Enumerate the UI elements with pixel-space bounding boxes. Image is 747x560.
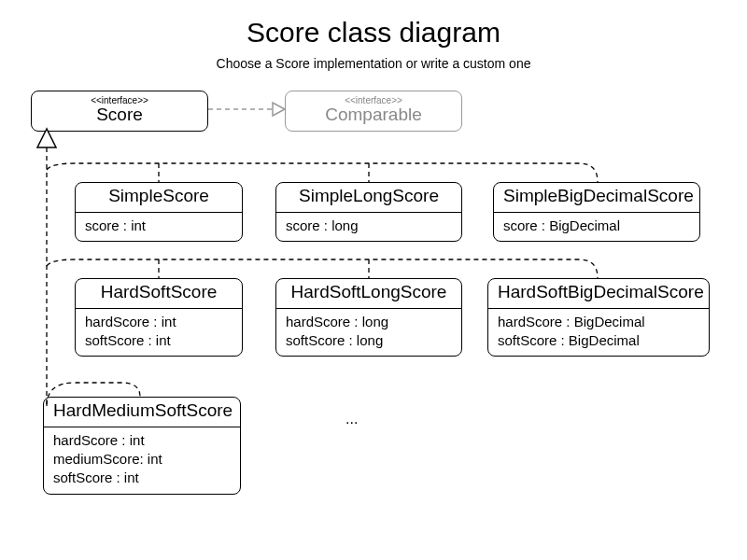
class-name: SimpleLongScore bbox=[286, 187, 452, 206]
class-hardsoftlongscore: HardSoftLongScore hardScore : long softS… bbox=[275, 278, 462, 357]
interface-score: <<interface>> Score bbox=[31, 91, 208, 132]
class-simplebigdecimalscore: SimpleBigDecimalScore score : BigDecimal bbox=[493, 182, 700, 242]
class-field: hardScore : int bbox=[53, 431, 231, 450]
class-hardsoftbigdecimalscore: HardSoftBigDecimalScore hardScore : BigD… bbox=[487, 278, 710, 357]
diagram-subtitle: Choose a Score implementation or write a… bbox=[0, 56, 747, 71]
class-field: softScore : int bbox=[85, 331, 233, 350]
class-name: HardMediumSoftScore bbox=[53, 401, 231, 421]
class-field: score : long bbox=[286, 217, 452, 235]
svg-marker-2 bbox=[37, 129, 56, 147]
class-name: HardSoftScore bbox=[85, 283, 233, 302]
class-field: softScore : BigDecimal bbox=[498, 331, 699, 350]
class-simplescore: SimpleScore score : int bbox=[75, 182, 243, 242]
class-hardsoftscore: HardSoftScore hardScore : int softScore … bbox=[75, 278, 243, 357]
class-field: score : BigDecimal bbox=[503, 217, 690, 235]
diagram-title: Score class diagram bbox=[0, 17, 747, 49]
class-hardmediumsoftscore: HardMediumSoftScore hardScore : int medi… bbox=[43, 397, 241, 495]
class-field: softScore : int bbox=[53, 469, 231, 487]
class-name: Comparable bbox=[295, 105, 452, 125]
ellipsis: ... bbox=[345, 411, 358, 427]
class-name: HardSoftBigDecimalScore bbox=[498, 283, 699, 302]
class-name: HardSoftLongScore bbox=[286, 283, 452, 302]
class-field: softScore : long bbox=[286, 331, 452, 350]
class-simplelongscore: SimpleLongScore score : long bbox=[275, 182, 462, 242]
class-name: SimpleBigDecimalScore bbox=[503, 187, 690, 206]
class-name: SimpleScore bbox=[85, 187, 233, 206]
class-name: Score bbox=[41, 105, 198, 125]
svg-marker-1 bbox=[273, 103, 285, 116]
class-field: hardScore : int bbox=[85, 313, 233, 331]
class-field: hardScore : long bbox=[286, 313, 452, 331]
class-field: hardScore : BigDecimal bbox=[498, 313, 699, 331]
class-field: mediumScore: int bbox=[53, 450, 231, 469]
interface-comparable: <<interface>> Comparable bbox=[285, 91, 462, 132]
class-field: score : int bbox=[85, 217, 233, 235]
